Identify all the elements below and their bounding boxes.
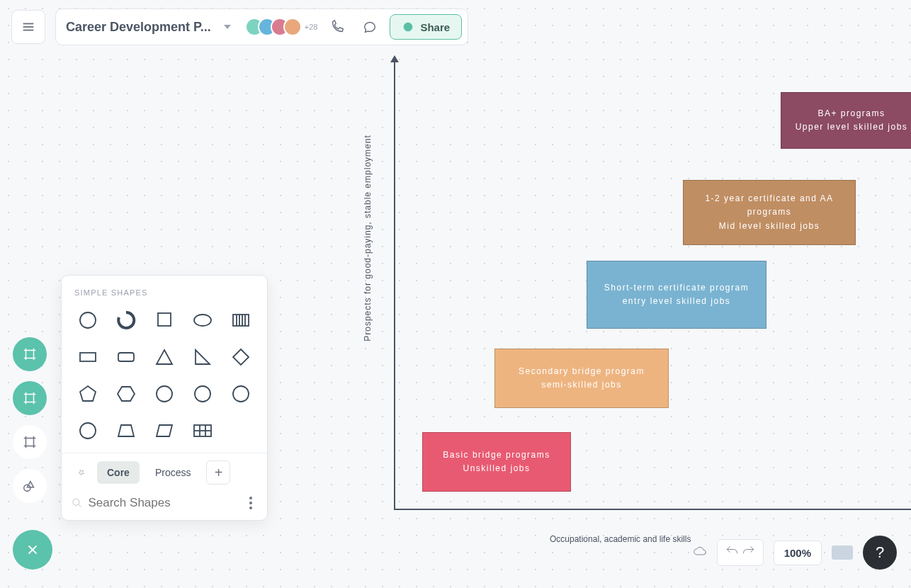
card-label: Short-term certificate program: [604, 281, 749, 295]
frames-tool-button-2[interactable]: [13, 381, 47, 415]
chart-card-certificate[interactable]: 1-2 year certificate and AA programs Mid…: [683, 180, 856, 245]
grid-tool-button[interactable]: [13, 425, 47, 459]
svg-rect-20: [158, 313, 171, 326]
shapes-tool-button[interactable]: [13, 469, 47, 503]
shape-arc[interactable]: [110, 307, 142, 334]
hamburger-icon: [21, 19, 36, 35]
svg-rect-22: [233, 315, 249, 326]
svg-point-19: [80, 312, 96, 328]
card-label: Secondary bridge program: [519, 365, 645, 378]
shape-right-triangle[interactable]: [186, 344, 219, 371]
card-sublabel: semi-skilled jobs: [541, 378, 622, 392]
shape-parallelogram[interactable]: [148, 417, 181, 444]
share-button[interactable]: Share: [390, 14, 462, 40]
bottom-status-bar: 100% ?: [693, 536, 897, 570]
shape-search-row: [62, 489, 267, 513]
chart-card-basic[interactable]: Basic bridge programs Unskilled jobs: [422, 432, 571, 492]
undo-icon: [725, 544, 739, 558]
svg-point-37: [73, 499, 79, 505]
chart-card-shortterm[interactable]: Short-term certificate program entry lev…: [587, 261, 766, 329]
shape-rect[interactable]: [72, 344, 104, 371]
close-panel-button[interactable]: [13, 530, 52, 570]
shapes-grid: [62, 304, 267, 453]
frame-icon: [22, 390, 38, 406]
shape-pentagon[interactable]: [72, 380, 104, 407]
svg-point-16: [24, 485, 30, 491]
add-tab-button[interactable]: +: [206, 460, 230, 485]
shape-hexagon[interactable]: [110, 380, 142, 407]
redo-icon: [742, 544, 756, 558]
chart-card-secondary[interactable]: Secondary bridge program semi-skilled jo…: [494, 349, 669, 408]
keyboard-shortcuts-button[interactable]: [832, 545, 853, 560]
close-icon: [25, 542, 40, 558]
cloud-icon: [693, 544, 707, 558]
help-button[interactable]: ?: [863, 536, 897, 570]
shape-circle-2[interactable]: [72, 417, 104, 444]
card-label: BA+ programs: [817, 107, 885, 120]
svg-point-29: [157, 386, 172, 402]
svg-point-30: [195, 386, 210, 402]
shape-nonagon[interactable]: [225, 380, 257, 407]
tab-core[interactable]: Core: [97, 461, 140, 484]
shape-table[interactable]: [186, 417, 219, 444]
undo-button[interactable]: [725, 544, 739, 561]
document-title: Career Development P...: [66, 20, 211, 35]
x-axis-label: Occupational, academic and life skills: [550, 534, 691, 544]
chart-card-ba[interactable]: BA+ programs Upper level skilled jobs: [781, 92, 911, 149]
hamburger-menu-button[interactable]: [11, 10, 45, 44]
card-label: 1-2 year certificate and AA programs: [694, 192, 845, 219]
svg-point-31: [233, 386, 249, 402]
zoom-level[interactable]: 100%: [774, 541, 822, 565]
collaborator-avatars[interactable]: +28: [247, 18, 318, 36]
search-icon: [72, 496, 82, 510]
redo-button[interactable]: [742, 544, 756, 561]
call-button[interactable]: [324, 14, 350, 40]
career-ladder-chart: Prospects for good-paying, stable employ…: [394, 61, 911, 510]
undo-redo-group: [717, 539, 764, 566]
shape-ellipse[interactable]: [186, 307, 219, 334]
svg-rect-27: [80, 353, 96, 361]
shape-octagon[interactable]: [186, 380, 219, 407]
card-label: Basic bridge programs: [443, 448, 550, 462]
shape-diamond[interactable]: [225, 344, 257, 371]
document-title-dropdown[interactable]: Career Development P...: [66, 20, 239, 35]
tab-process[interactable]: Process: [145, 461, 201, 484]
share-label: Share: [420, 21, 450, 33]
frame-outline-icon: [22, 434, 38, 450]
avatar-overflow-count: +28: [305, 23, 318, 31]
search-shapes-input[interactable]: [88, 496, 238, 510]
y-axis: [394, 61, 395, 510]
globe-icon: [402, 21, 414, 33]
document-toolbar: Career Development P... +28 Share: [55, 9, 468, 45]
shapes-panel: SIMPLE SHAPES Core Process +: [61, 275, 268, 521]
card-sublabel: entry level skilled jobs: [623, 295, 731, 308]
y-axis-label: Prospects for good-paying, stable employ…: [363, 89, 373, 387]
shapes-panel-heading: SIMPLE SHAPES: [62, 285, 267, 304]
shape-square[interactable]: [148, 307, 181, 334]
chevron-down-icon: [224, 25, 231, 29]
shape-category-tabs: Core Process +: [62, 453, 267, 489]
shape-circle[interactable]: [72, 307, 104, 334]
svg-line-38: [79, 504, 81, 507]
svg-point-32: [80, 423, 96, 439]
top-toolbar: Career Development P... +28 Share: [11, 9, 468, 45]
shape-barcode[interactable]: [225, 307, 257, 334]
svg-rect-28: [118, 353, 134, 361]
avatar: [283, 18, 302, 36]
shape-triangle[interactable]: [148, 344, 181, 371]
card-sublabel: Mid level skilled jobs: [719, 220, 820, 233]
x-axis: [394, 509, 911, 510]
frame-icon: [22, 346, 38, 362]
shape-heptagon[interactable]: [148, 380, 181, 407]
shape-rounded-rect[interactable]: [110, 344, 142, 371]
pin-button[interactable]: [72, 463, 91, 482]
more-options-button[interactable]: [244, 497, 257, 509]
shape-trapezoid[interactable]: [110, 417, 142, 444]
frames-tool-button[interactable]: [13, 337, 47, 371]
svg-point-21: [194, 315, 211, 326]
pin-icon: [76, 467, 87, 478]
sync-status-button[interactable]: [693, 544, 707, 561]
left-tool-rail: [13, 337, 47, 503]
comment-button[interactable]: [357, 14, 383, 40]
card-sublabel: Unskilled jobs: [463, 462, 530, 475]
